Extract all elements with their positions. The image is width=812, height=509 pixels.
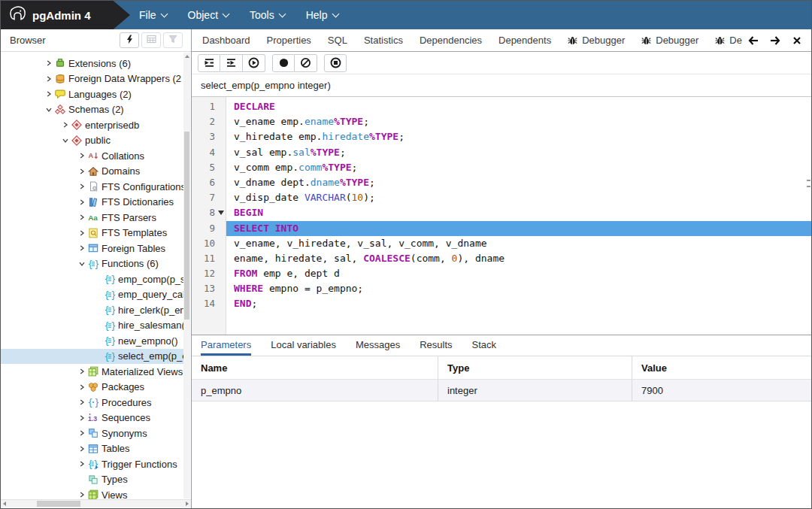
- chevron-right-icon[interactable]: [77, 182, 86, 191]
- code-line-4[interactable]: v_sal emp.sal%TYPE;: [226, 145, 811, 160]
- chevron-right-icon[interactable]: [77, 414, 86, 423]
- chevron-right-icon[interactable]: [77, 383, 86, 392]
- tree-item-fts-parsers[interactable]: AaFTS Parsers: [1, 210, 183, 226]
- tree-item-trigger-functions[interactable]: {}Trigger Functions: [1, 456, 183, 472]
- tree-item-schemas-2[interactable]: Schemas (2): [1, 102, 183, 118]
- gutter-line-14[interactable]: 14: [192, 296, 226, 311]
- tree-item-tables[interactable]: Tables: [1, 441, 183, 457]
- chevron-right-icon[interactable]: [77, 429, 86, 438]
- tree-item-languages-2[interactable]: Languages (2): [1, 86, 183, 102]
- gutter-line-10[interactable]: 10: [192, 236, 226, 251]
- chevron-right-icon[interactable]: [77, 444, 86, 453]
- stop-button[interactable]: [324, 54, 347, 72]
- tree-vertical-scrollbar[interactable]: [183, 53, 190, 498]
- code-line-6[interactable]: v_dname dept.dname%TYPE;: [226, 175, 811, 190]
- tab-dependents[interactable]: Dependents: [498, 35, 551, 46]
- bottom-tab-results[interactable]: Results: [420, 339, 452, 356]
- tree-item-functions-6[interactable]: {}Functions (6): [1, 256, 183, 272]
- gutter-line-7[interactable]: 7: [192, 190, 226, 205]
- code-line-12[interactable]: FROM emp e, dept d: [226, 266, 811, 281]
- menu-object[interactable]: Object: [188, 9, 229, 21]
- menu-file[interactable]: File: [139, 9, 167, 21]
- chevron-right-icon[interactable]: [61, 120, 70, 129]
- close-tab-button[interactable]: [792, 36, 802, 45]
- gutter-line-5[interactable]: 5: [192, 160, 226, 175]
- tree-item-select-emp-p-e[interactable]: {}select_emp(p_e: [1, 349, 183, 365]
- tree-horizontal-scrollbar[interactable]: [1, 499, 191, 507]
- step-over-button[interactable]: [220, 54, 243, 72]
- chevron-right-icon[interactable]: [77, 367, 86, 376]
- gutter-line-9[interactable]: 9: [192, 221, 226, 236]
- clear-all-breakpoints-button[interactable]: [295, 54, 317, 72]
- chevron-expanded-icon[interactable]: [44, 105, 53, 114]
- code-editor[interactable]: 1234567891011121314 DECLAREv_ename emp.e…: [192, 97, 811, 335]
- tab-debugger[interactable]: Debugger: [568, 35, 625, 46]
- tree-item-extensions-6[interactable]: Extensions (6): [1, 56, 183, 71]
- bottom-tab-local-variables[interactable]: Local variables: [271, 339, 336, 356]
- scroll-tabs-right-button[interactable]: [770, 36, 780, 45]
- tree-item-fts-dictionaries[interactable]: FTS Dictionaries: [1, 195, 183, 211]
- tab-debugger-2[interactable]: Debugger: [641, 35, 698, 46]
- chevron-right-icon[interactable]: [77, 398, 86, 407]
- tree-item-fts-configurations[interactable]: FTS Configurations: [1, 179, 183, 195]
- tree-item-enterprisedb[interactable]: enterprisedb: [1, 117, 183, 133]
- menu-tools[interactable]: Tools: [250, 9, 285, 21]
- gutter-line-12[interactable]: 12: [192, 266, 226, 281]
- code-line-3[interactable]: v_hiredate emp.hiredate%TYPE;: [226, 129, 811, 144]
- bottom-tab-stack[interactable]: Stack: [472, 339, 497, 356]
- tree-item-emp-query-cal[interactable]: {}emp_query_cal: [1, 287, 183, 303]
- chevron-right-icon[interactable]: [44, 59, 53, 68]
- tree-vscroll-thumb[interactable]: [184, 132, 189, 320]
- tree-item-foreign-tables[interactable]: Foreign Tables: [1, 241, 183, 256]
- scroll-tabs-left-button[interactable]: [748, 36, 759, 45]
- code-line-7[interactable]: v_disp_date VARCHAR(10);: [226, 190, 811, 205]
- code-line-13[interactable]: WHERE empno = p_empno;: [226, 281, 811, 296]
- code-line-1[interactable]: DECLARE: [226, 99, 811, 114]
- tree-item-foreign-data-wrappers-2[interactable]: Foreign Data Wrappers (2: [1, 71, 183, 87]
- tree-item-procedures[interactable]: {}Procedures: [1, 395, 183, 411]
- chevron-right-icon[interactable]: [44, 74, 53, 83]
- tree-item-hire-salesman[interactable]: {}hire_salesman(: [1, 318, 183, 334]
- gutter-line-3[interactable]: 3: [192, 129, 226, 144]
- tree-item-types[interactable]: Types: [1, 472, 183, 488]
- gutter-line-13[interactable]: 13: [192, 281, 226, 296]
- chevron-right-icon[interactable]: [77, 459, 86, 468]
- menu-help[interactable]: Help: [306, 9, 338, 21]
- tree-item-hire-clerk-p-en[interactable]: {}hire_clerk(p_en: [1, 302, 183, 318]
- chevron-right-icon[interactable]: [77, 198, 86, 207]
- tree-item-views[interactable]: Views: [1, 487, 183, 499]
- chevron-expanded-icon[interactable]: [77, 259, 86, 268]
- chevron-right-icon[interactable]: [44, 89, 53, 98]
- code-line-11[interactable]: ename, hiredate, sal, COALESCE(comm, 0),…: [226, 251, 811, 266]
- quick-search-button[interactable]: [120, 32, 139, 48]
- tree-item-materialized-views[interactable]: Materialized Views: [1, 364, 183, 380]
- tree-item-sequences[interactable]: 1.3Sequences: [1, 411, 183, 426]
- chevron-right-icon[interactable]: [77, 229, 86, 238]
- chevron-right-icon[interactable]: [77, 167, 86, 176]
- chevron-right-icon[interactable]: [77, 490, 86, 499]
- tree-item-public[interactable]: public: [1, 133, 183, 149]
- tree-item-fts-templates[interactable]: FTS Templates: [1, 226, 183, 241]
- tree-hscroll-thumb[interactable]: [37, 501, 80, 507]
- gutter-line-6[interactable]: 6: [192, 175, 226, 190]
- bottom-tab-messages[interactable]: Messages: [356, 339, 400, 356]
- chevron-expanded-icon[interactable]: [61, 136, 70, 145]
- code-line-9[interactable]: SELECT INTO: [226, 221, 811, 236]
- tree-item-packages[interactable]: Packages: [1, 380, 183, 395]
- continue-button[interactable]: [243, 54, 265, 72]
- code-line-10[interactable]: v_ename, v_hiredate, v_sal, v_comm, v_dn…: [226, 236, 811, 251]
- code-line-2[interactable]: v_ename emp.ename%TYPE;: [226, 114, 811, 129]
- chevron-right-icon[interactable]: [77, 213, 86, 222]
- gutter-line-11[interactable]: 11: [192, 251, 226, 266]
- chevron-right-icon[interactable]: [77, 244, 86, 253]
- bottom-tab-parameters[interactable]: Parameters: [201, 339, 251, 356]
- gutter-line-8[interactable]: 8: [192, 205, 226, 220]
- tab-statistics[interactable]: Statistics: [364, 35, 403, 46]
- tab-dependencies[interactable]: Dependencies: [420, 35, 482, 46]
- tab-sql[interactable]: SQL: [328, 35, 347, 46]
- step-into-button[interactable]: [198, 54, 220, 72]
- gutter-line-4[interactable]: 4: [192, 145, 226, 160]
- chevron-right-icon[interactable]: [77, 151, 86, 160]
- gutter-line-1[interactable]: 1: [192, 99, 226, 114]
- param-row-p-empno[interactable]: p_empnointeger7900: [192, 380, 811, 401]
